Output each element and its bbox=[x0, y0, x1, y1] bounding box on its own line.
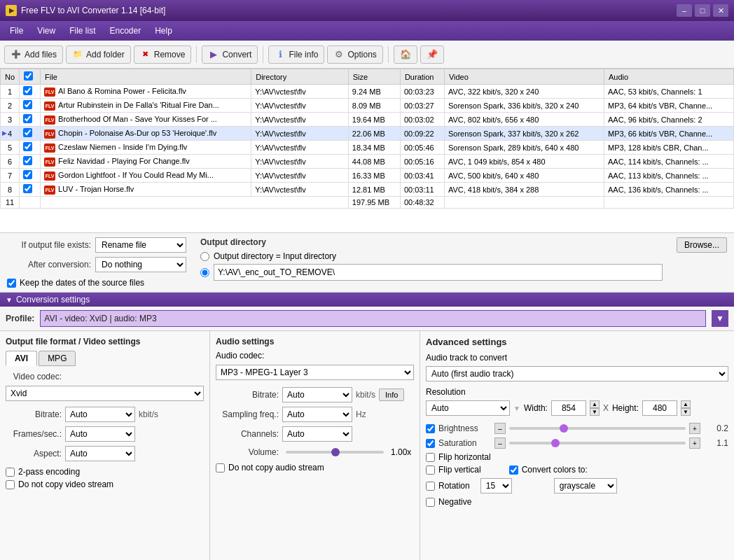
saturation-plus-button[interactable]: + bbox=[689, 438, 700, 449]
table-row[interactable]: ▶4 FLVChopin - Polonaise As-Dur op 53 'H… bbox=[1, 127, 734, 141]
home-button[interactable] bbox=[394, 46, 417, 64]
nocopy-audio-checkbox[interactable] bbox=[216, 463, 225, 472]
table-row[interactable]: 8 FLVLUV - Trojan Horse.flv Y:\AV\vctest… bbox=[1, 183, 734, 197]
add-files-button[interactable]: Add files bbox=[4, 46, 63, 64]
table-row[interactable]: 2 FLVArtur Rubinstein in De Falla's 'Rit… bbox=[1, 99, 734, 113]
row-size: 12.81 MB bbox=[348, 183, 400, 197]
brightness-slider-thumb[interactable] bbox=[560, 424, 568, 433]
conversion-section-header: ▼ Conversion settings bbox=[0, 293, 734, 307]
row-check[interactable] bbox=[20, 127, 41, 141]
width-up-button[interactable]: ▲ bbox=[590, 400, 600, 408]
menu-filelist[interactable]: File list bbox=[62, 23, 102, 38]
video-bitrate-select[interactable]: Auto bbox=[65, 407, 135, 422]
table-row[interactable]: 3 FLVBrotherhood Of Man - Save Your Kiss… bbox=[1, 113, 734, 127]
pin-button[interactable] bbox=[420, 46, 444, 64]
row-checkbox[interactable] bbox=[23, 142, 32, 151]
saturation-slider-thumb[interactable] bbox=[551, 439, 560, 447]
tab-mpg[interactable]: MPG bbox=[39, 351, 76, 366]
convert-colors-checkbox[interactable] bbox=[509, 465, 518, 475]
table-row[interactable]: 7 FLVGordon Lightfoot - If You Could Rea… bbox=[1, 169, 734, 183]
options-button[interactable]: Options bbox=[327, 46, 382, 64]
flip-h-checkbox[interactable] bbox=[426, 453, 435, 462]
height-down-button[interactable]: ▼ bbox=[681, 408, 691, 416]
info-button[interactable]: Info bbox=[379, 388, 404, 401]
row-num: 3 bbox=[1, 113, 20, 127]
saturation-minus-button[interactable]: – bbox=[494, 438, 506, 449]
add-folder-button[interactable]: Add folder bbox=[66, 46, 131, 64]
menu-view[interactable]: View bbox=[30, 23, 62, 38]
row-check[interactable] bbox=[20, 183, 41, 197]
resolution-select[interactable]: Auto bbox=[426, 400, 510, 416]
audio-codec-select[interactable]: MP3 - MPEG-1 Layer 3 bbox=[216, 365, 414, 380]
twopass-checkbox[interactable] bbox=[6, 468, 15, 477]
rotation-checkbox[interactable] bbox=[426, 482, 435, 491]
maximize-button[interactable]: □ bbox=[695, 4, 710, 17]
width-down-button[interactable]: ▼ bbox=[590, 408, 600, 416]
negative-checkbox[interactable] bbox=[426, 498, 435, 507]
table-row[interactable]: 1 FLVAl Bano & Romina Power - Felicita.f… bbox=[1, 85, 734, 99]
profile-dropdown-button[interactable]: ▼ bbox=[712, 310, 728, 327]
select-all-checkbox[interactable] bbox=[24, 71, 33, 80]
brightness-plus-button[interactable]: + bbox=[689, 423, 700, 434]
row-check[interactable] bbox=[20, 155, 41, 169]
row-checkbox[interactable] bbox=[23, 114, 32, 123]
keep-dates-checkbox[interactable] bbox=[7, 279, 16, 288]
row-checkbox[interactable] bbox=[23, 184, 32, 193]
row-checkbox[interactable] bbox=[23, 86, 32, 95]
row-check[interactable] bbox=[20, 169, 41, 183]
remove-button[interactable]: Remove bbox=[134, 46, 192, 64]
row-checkbox[interactable] bbox=[23, 100, 32, 109]
row-check[interactable] bbox=[20, 141, 41, 155]
volume-slider-thumb[interactable] bbox=[331, 448, 340, 456]
profile-input[interactable] bbox=[40, 310, 706, 327]
table-row[interactable]: 6 FLVFeliz Navidad - Playing For Change.… bbox=[1, 155, 734, 169]
row-check[interactable] bbox=[20, 85, 41, 99]
saturation-checkbox[interactable] bbox=[426, 439, 435, 448]
file-table: No File Directory Size Duration Video Au… bbox=[0, 69, 734, 209]
fps-select[interactable]: Auto bbox=[65, 426, 135, 442]
after-conversion-select[interactable]: Do nothing Shutdown Hibernate bbox=[95, 257, 186, 272]
file-info-button[interactable]: File info bbox=[268, 46, 324, 64]
add-files-label: Add files bbox=[25, 50, 57, 59]
sampling-select[interactable]: Auto bbox=[282, 407, 352, 422]
close-button[interactable]: ✕ bbox=[713, 4, 728, 17]
output-dir-radio-custom[interactable] bbox=[200, 268, 209, 277]
channels-select[interactable]: Auto bbox=[282, 426, 352, 442]
row-check[interactable] bbox=[20, 99, 41, 113]
browse-button[interactable]: Browse... bbox=[677, 237, 727, 253]
aspect-select[interactable]: Auto bbox=[65, 446, 135, 461]
row-dir: Y:\AV\vctest\flv bbox=[251, 127, 349, 141]
menu-encoder[interactable]: Encoder bbox=[102, 23, 148, 38]
minimize-button[interactable]: – bbox=[677, 4, 692, 17]
convert-colors-select[interactable]: grayscale sepia bbox=[554, 478, 617, 493]
convert-button[interactable]: Convert bbox=[202, 46, 258, 64]
output-dir-input[interactable] bbox=[214, 264, 663, 281]
video-codec-select[interactable]: Xvid bbox=[6, 386, 204, 401]
row-check[interactable] bbox=[20, 113, 41, 127]
row-audio: AAC, 114 kbit/s, Channels: ... bbox=[604, 155, 733, 169]
nocopy-video-label: Do not copy video stream bbox=[18, 479, 113, 489]
output-dir-radio-input[interactable] bbox=[200, 252, 209, 261]
table-row[interactable]: 11 197.95 MB 00:48:32 bbox=[1, 197, 734, 209]
width-input[interactable] bbox=[551, 400, 586, 416]
if-exists-select[interactable]: Rename file Overwrite Skip bbox=[95, 237, 186, 253]
menu-file[interactable]: File bbox=[3, 23, 30, 38]
height-input[interactable] bbox=[642, 400, 677, 416]
audio-bitrate-select[interactable]: Auto bbox=[282, 387, 352, 402]
audio-settings-title: Audio settings bbox=[216, 337, 414, 346]
row-checkbox[interactable] bbox=[23, 170, 32, 179]
bitrate-unit: kbit/s bbox=[139, 410, 158, 419]
row-checkbox[interactable] bbox=[23, 156, 32, 165]
toolbar: Add files Add folder Remove Convert File… bbox=[0, 41, 734, 69]
row-checkbox[interactable] bbox=[23, 128, 32, 137]
brightness-minus-button[interactable]: – bbox=[494, 423, 506, 434]
table-row[interactable]: 5 FLVCzeslaw Niemen - Inside I'm Dying.f… bbox=[1, 141, 734, 155]
menu-help[interactable]: Help bbox=[148, 23, 179, 38]
flip-v-checkbox[interactable] bbox=[426, 465, 435, 475]
brightness-checkbox[interactable] bbox=[426, 424, 435, 433]
audio-track-select[interactable]: Auto (first audio track) bbox=[426, 366, 728, 382]
tab-avi[interactable]: AVI bbox=[6, 351, 37, 366]
height-up-button[interactable]: ▲ bbox=[681, 400, 691, 408]
nocopy-video-checkbox[interactable] bbox=[6, 480, 15, 489]
rotation-value-select[interactable]: 15 30 45 90 bbox=[480, 478, 512, 493]
